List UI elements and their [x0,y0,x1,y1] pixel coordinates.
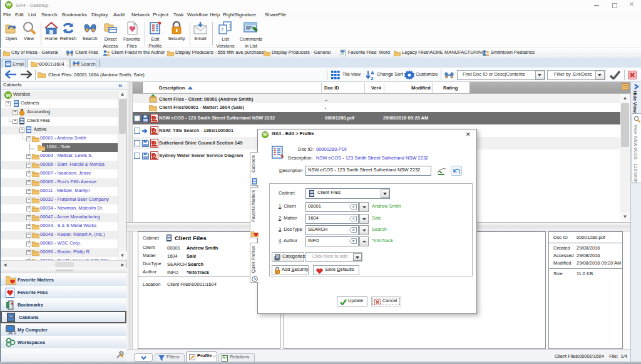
svg-text:2: 2 [221,27,224,33]
svg-text:2: 2 [371,76,374,80]
svg-text:1: 1 [228,23,232,29]
svg-text:W: W [6,93,11,98]
svg-text:A: A [371,70,374,76]
